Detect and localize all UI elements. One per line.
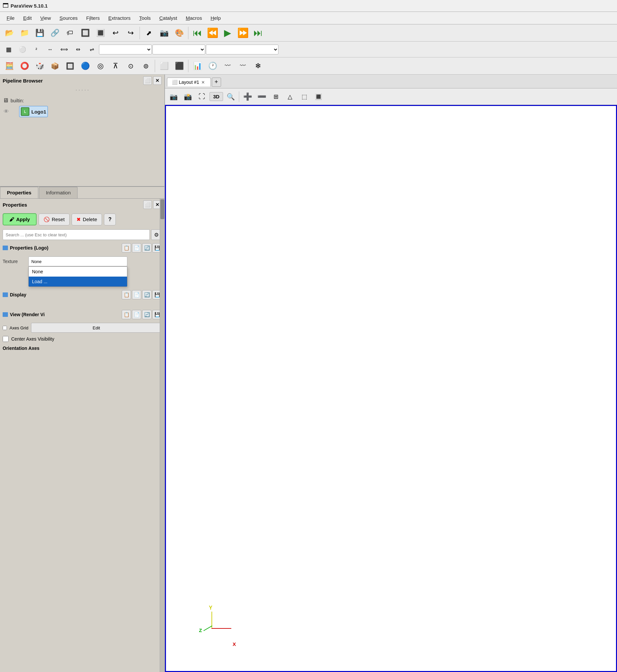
menu-extractors[interactable]: Extractors [104, 14, 135, 22]
layout-tab-1[interactable]: ⬜ Layout #1 ✕ [167, 77, 211, 87]
cube-open-btn[interactable]: 📦 [47, 59, 62, 73]
palette-btn[interactable]: 🎨 [172, 26, 186, 40]
redo-btn[interactable]: ↪ [124, 26, 138, 40]
cube-top-btn[interactable]: 🔲 [63, 59, 77, 73]
pipeline-restore-btn[interactable]: ⬜ [143, 76, 152, 85]
display-copy-btn[interactable]: 📋 [122, 290, 131, 299]
menu-filters[interactable]: Filters [82, 14, 104, 22]
scrollbar[interactable] [160, 199, 164, 672]
section-copy-btn[interactable]: 📋 [122, 243, 131, 253]
texture-dropdown[interactable]: None None Load ... [28, 257, 127, 266]
extract-btn[interactable]: ⬈ [142, 26, 156, 40]
undo-btn[interactable]: ↩ [108, 26, 123, 40]
section-paste-btn[interactable]: 📄 [132, 243, 141, 253]
menu-view[interactable]: View [36, 14, 55, 22]
rescale-select[interactable] [206, 44, 278, 54]
snowflake-btn[interactable]: ❄ [251, 59, 265, 73]
texture-option-none[interactable]: None [29, 267, 127, 277]
select2-btn[interactable]: ⬛ [172, 59, 186, 73]
vp-camera2-btn[interactable]: 📸 [181, 90, 194, 103]
scroll-thumb[interactable] [160, 199, 164, 219]
axes-grid-checkbox[interactable] [3, 326, 7, 330]
arrows-t-btn[interactable]: ⇔ [71, 43, 84, 56]
select-btn[interactable]: ⬜ [157, 59, 171, 73]
view-refresh-btn[interactable]: 🔄 [142, 310, 152, 319]
display-refresh-btn[interactable]: 🔄 [142, 290, 152, 299]
count-btn[interactable]: ² [30, 43, 43, 56]
waves2-btn[interactable]: 〰 [236, 59, 250, 73]
section-refresh-btn[interactable]: 🔄 [142, 243, 152, 253]
axes-edit-btn[interactable]: Edit [31, 323, 162, 333]
texture-dropdown-selected[interactable]: None [28, 257, 127, 266]
menu-file[interactable]: File [3, 14, 18, 22]
visibility-icon[interactable]: 👁 [3, 109, 10, 115]
donut-btn[interactable]: ⭕ [17, 59, 32, 73]
viewport[interactable]: Y X Z [165, 105, 617, 672]
menu-help[interactable]: Help [207, 14, 225, 22]
grid-btn[interactable]: ▦ [2, 43, 15, 56]
search-input[interactable] [3, 229, 150, 240]
vp-fullscreen-btn[interactable]: ⛶ [195, 90, 209, 103]
pipeline-close-btn[interactable]: ✕ [153, 76, 162, 85]
circles-btn[interactable]: ⊙ [124, 59, 138, 73]
props-restore-btn[interactable]: ⬜ [143, 200, 152, 209]
calculator-btn[interactable]: 🧮 [2, 59, 16, 73]
arrows-r-btn[interactable]: ⇌ [85, 43, 98, 56]
layout-tab-close[interactable]: ✕ [201, 79, 206, 85]
display-paste-btn[interactable]: 📄 [132, 290, 141, 299]
open-recent-btn[interactable]: 📁 [17, 26, 32, 40]
menu-edit[interactable]: Edit [19, 14, 36, 22]
layout-tab-add[interactable]: + [212, 77, 221, 87]
cube-btn[interactable]: 🎲 [32, 59, 47, 73]
pipeline2-btn[interactable]: 🔳 [93, 26, 108, 40]
pipeline-btn[interactable]: 🔲 [78, 26, 92, 40]
pipeline-resize-handle[interactable]: · · · · · [0, 87, 164, 94]
sphere-btn[interactable]: ⚪ [16, 43, 29, 56]
menu-sources[interactable]: Sources [55, 14, 81, 22]
ring-btn[interactable]: ◎ [93, 59, 108, 73]
menu-tools[interactable]: Tools [135, 14, 155, 22]
arrows-h-btn[interactable]: ↔ [43, 43, 57, 56]
view-paste-btn[interactable]: 📄 [132, 310, 141, 319]
clock-btn[interactable]: 🕐 [205, 59, 220, 73]
open-folder-btn[interactable]: 📂 [2, 26, 16, 40]
screenshot-btn[interactable]: 📷 [157, 26, 171, 40]
help-button[interactable]: ? [104, 213, 116, 225]
prev-frame-btn[interactable]: ⏪ [205, 26, 220, 40]
vp-select-btn[interactable]: ⬚ [297, 90, 311, 103]
bar-chart-btn[interactable]: 📊 [190, 59, 205, 73]
reset-button[interactable]: 🚫 Reset [39, 213, 70, 225]
funnel-btn[interactable]: ⊼ [108, 59, 123, 73]
connect-btn[interactable]: 🔗 [47, 26, 62, 40]
tab-properties[interactable]: Properties [0, 187, 38, 198]
apply-button[interactable]: 🖌 Apply [3, 213, 37, 225]
vp-center-btn[interactable]: ⊞ [269, 90, 282, 103]
menu-catalyst[interactable]: Catalyst [155, 14, 181, 22]
last-frame-btn[interactable]: ⏭ [251, 26, 265, 40]
vp-minus-btn[interactable]: ➖ [255, 90, 268, 103]
play-btn[interactable]: ▶ [220, 26, 235, 40]
vp-camera-btn[interactable]: 📷 [167, 90, 180, 103]
view-copy-btn[interactable]: 📋 [122, 310, 131, 319]
vp-select2-btn[interactable]: 🔳 [312, 90, 325, 103]
pipeline-logo1-item[interactable]: L Logo1 [19, 106, 48, 117]
vp-plus-btn[interactable]: ➕ [241, 90, 254, 103]
center-axes-checkbox[interactable] [3, 336, 9, 342]
arrows-h2-btn[interactable]: ⟺ [57, 43, 70, 56]
tab-information[interactable]: Information [39, 187, 77, 198]
vp-3d-btn[interactable]: 3D [210, 92, 223, 101]
sphere2-btn[interactable]: 🔵 [78, 59, 92, 73]
first-frame-btn[interactable]: ⏮ [190, 26, 205, 40]
circles2-btn[interactable]: ⊚ [139, 59, 153, 73]
logo-btn[interactable]: 🏷 [63, 26, 77, 40]
colorby-select[interactable] [153, 44, 205, 54]
delete-button[interactable]: ✖ Delete [71, 213, 102, 225]
waves-btn[interactable]: 〰 [220, 59, 235, 73]
texture-option-load[interactable]: Load ... [29, 277, 127, 287]
vp-triangle-btn[interactable]: △ [283, 90, 296, 103]
next-frame-btn[interactable]: ⏩ [236, 26, 250, 40]
representation-select[interactable] [99, 44, 152, 54]
menu-macros[interactable]: Macros [182, 14, 206, 22]
vp-search-btn[interactable]: 🔍 [224, 90, 237, 103]
save-btn[interactable]: 💾 [32, 26, 47, 40]
